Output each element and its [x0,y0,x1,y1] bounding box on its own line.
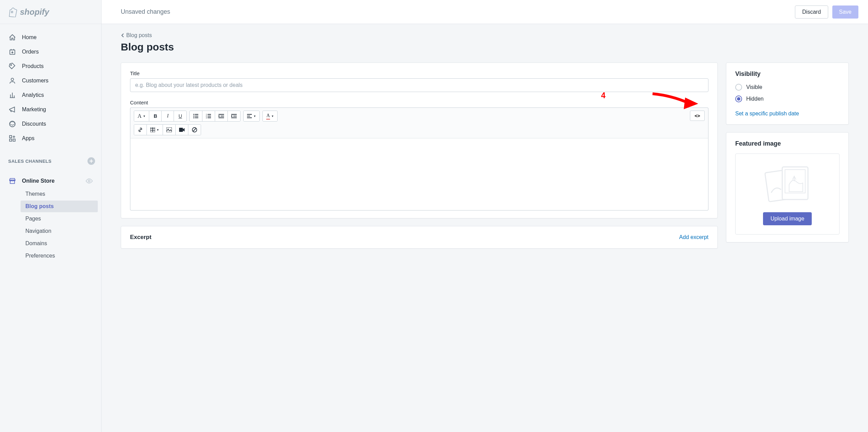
svg-rect-35 [166,127,172,132]
nav-item-discounts[interactable]: Discounts [3,117,98,131]
outdent-icon [219,114,224,118]
shopify-logo[interactable]: S shopify [8,7,49,17]
content-editor[interactable] [130,138,708,211]
svg-rect-27 [231,117,237,118]
nav-item-customers[interactable]: Customers [3,73,98,88]
svg-rect-15 [195,117,198,118]
radio-icon [735,95,742,102]
title-input[interactable] [130,78,708,92]
image-button[interactable] [163,125,176,135]
clear-icon [192,127,197,133]
subnav-themes[interactable]: Themes [21,188,98,200]
font-family-button[interactable]: A▼ [134,111,149,121]
publish-date-link[interactable]: Set a specific publish date [735,111,799,117]
upload-image-button[interactable]: Upload image [763,212,812,225]
editor-card: Title Content A▼ [121,62,718,218]
table-button[interactable]: ▼ [147,125,163,135]
svg-rect-13 [195,116,198,116]
visibility-visible-radio[interactable]: Visible [735,84,840,91]
shopify-bag-icon: S [8,7,17,17]
number-list-button[interactable]: 123 [202,111,215,121]
italic-button[interactable]: I [162,111,174,121]
save-button[interactable]: Save [832,5,858,19]
nav-item-home[interactable]: Home [3,30,98,45]
customers-icon [8,77,16,85]
plus-icon [89,159,93,163]
breadcrumb[interactable]: Blog posts [121,32,849,38]
nav-label: Marketing [22,106,46,113]
clear-format-button[interactable] [188,125,201,135]
svg-point-10 [193,114,195,115]
nav-label: Customers [22,78,48,84]
nav-item-marketing[interactable]: Marketing [3,102,98,117]
image-dropzone[interactable]: Upload image [735,154,840,235]
svg-rect-19 [208,116,211,116]
excerpt-title: Excerpt [130,234,151,241]
svg-text:S: S [11,11,13,13]
svg-point-4 [11,78,13,81]
subnav-blog-posts[interactable]: Blog posts [21,201,98,212]
text-color-button[interactable]: A▼ [263,111,277,121]
subnav-navigation[interactable]: Navigation [21,225,98,237]
subnav-domains[interactable]: Domains [21,238,98,249]
nav-item-online-store[interactable]: Online Store [3,174,98,188]
sales-channels-header: SALES CHANNELS [0,150,101,168]
outdent-button[interactable] [215,111,228,121]
underline-button[interactable]: U [174,111,186,121]
main-area: Unsaved changes Discard Save Blog posts … [102,0,868,432]
chevron-left-icon [121,33,124,38]
video-icon [179,128,185,132]
svg-text:3: 3 [206,117,207,118]
svg-rect-8 [10,139,12,141]
top-actions: Discard Save [795,5,858,19]
bullet-list-button[interactable] [190,111,202,121]
svg-rect-37 [179,128,183,132]
nav-item-orders[interactable]: Orders [3,45,98,59]
nav-item-analytics[interactable]: Analytics [3,88,98,102]
bullet-list-icon [193,114,199,118]
show-html-button[interactable]: <> [690,111,705,121]
main-nav: Home Orders Products Customers [0,24,101,150]
top-bar: Unsaved changes Discard Save [102,0,868,24]
subnav-preferences[interactable]: Preferences [21,250,98,262]
nav-label: Online Store [22,178,55,184]
marketing-icon [8,105,16,114]
svg-point-12 [193,116,195,117]
subnav-pages[interactable]: Pages [21,213,98,225]
video-button[interactable] [176,125,188,135]
svg-rect-7 [13,139,15,141]
logo-text: shopify [20,7,49,17]
eye-icon[interactable] [85,177,93,185]
svg-rect-24 [219,117,224,118]
svg-point-3 [11,65,12,66]
svg-point-14 [193,117,195,118]
orders-icon [8,48,16,56]
link-button[interactable] [134,125,147,135]
svg-rect-22 [219,114,224,115]
nav-label: Orders [22,49,39,55]
svg-rect-26 [233,116,237,116]
editor-toolbar: A▼ B I U [130,107,708,138]
table-icon [150,127,155,132]
svg-rect-30 [247,117,252,118]
image-placeholder-icon [763,164,811,205]
indent-button[interactable] [228,111,240,121]
apps-icon [8,134,16,143]
discard-button[interactable]: Discard [795,5,828,19]
svg-rect-23 [221,116,224,116]
unsaved-changes-label: Unsaved changes [121,8,170,15]
align-button[interactable]: ▼ [244,111,259,121]
svg-rect-28 [247,114,252,115]
online-store-subnav: Themes Blog posts Pages Navigation Domai… [3,188,98,262]
nav-item-apps[interactable]: Apps [3,131,98,146]
nav-item-products[interactable]: Products [3,59,98,73]
add-excerpt-link[interactable]: Add excerpt [679,234,708,240]
svg-rect-29 [247,116,250,116]
add-channel-button[interactable] [87,157,95,165]
nav-label: Products [22,63,44,69]
nav-label: Home [22,34,37,41]
sidebar: S shopify Home Orders [0,0,102,432]
visibility-hidden-radio[interactable]: Hidden [735,95,840,102]
bold-button[interactable]: B [149,111,162,121]
featured-image-card: Featured image Upload image [726,132,849,242]
